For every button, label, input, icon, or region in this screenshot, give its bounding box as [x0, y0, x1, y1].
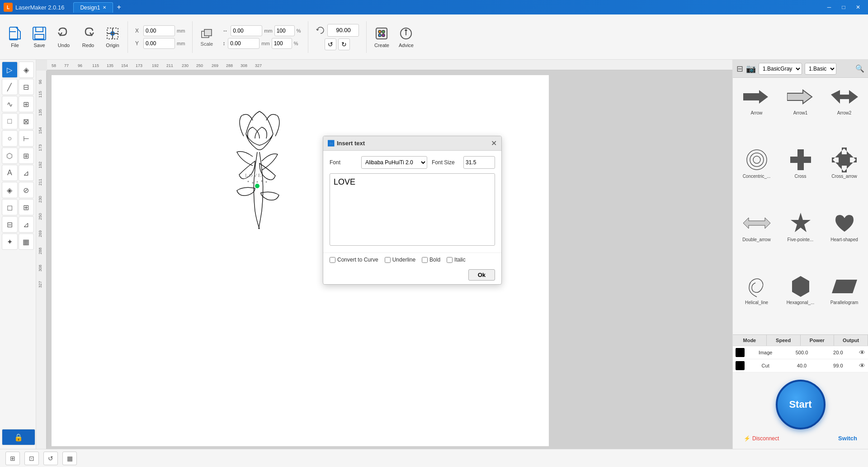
curve-checkbox-label[interactable]: Convert to Curve — [330, 257, 378, 263]
curve-checkbox[interactable] — [330, 257, 335, 263]
shape-parallelogram[interactable]: Parallelogram — [824, 271, 864, 331]
redo-button[interactable]: Redo — [77, 19, 99, 55]
rotate-cw-button[interactable]: ↻ — [338, 38, 350, 50]
start-button[interactable]: Start — [776, 380, 826, 429]
cut-layer-speed[interactable]: 40.0 — [783, 363, 820, 368]
shape-arrow2[interactable]: Arrow2 — [824, 81, 864, 141]
switch-button[interactable]: Switch — [838, 435, 857, 442]
rect-tool[interactable]: □ — [2, 113, 18, 129]
shape-star5[interactable]: Five-pointe... — [780, 208, 821, 268]
code-tool[interactable]: ▦ — [19, 234, 34, 250]
undo-button[interactable]: Undo — [52, 19, 75, 55]
width-input[interactable] — [231, 25, 262, 36]
frames-tool[interactable]: ⊟ — [2, 216, 18, 233]
cut-layer-power[interactable]: 99.0 — [820, 363, 856, 368]
width-pct-input[interactable] — [274, 25, 295, 36]
shape-double-arrow[interactable]: Double_arrow — [736, 208, 777, 268]
italic-checkbox-label[interactable]: Italic — [447, 257, 466, 263]
rotation-input[interactable] — [327, 24, 359, 37]
material-select[interactable]: 1.Basic — [805, 63, 836, 75]
curve-tool[interactable]: ∿ — [2, 96, 18, 112]
tab-close-button[interactable]: ✕ — [103, 5, 106, 10]
y-input[interactable] — [143, 38, 175, 49]
node-tool[interactable]: ◈ — [19, 62, 34, 78]
italic-checkbox[interactable] — [447, 257, 453, 263]
boolean-tool[interactable]: ⊞ — [19, 199, 34, 215]
font-select[interactable]: Alibaba PuHuiTi 2.0 — [361, 156, 427, 169]
cut-layer-visibility[interactable]: 👁 — [856, 362, 868, 369]
text-input[interactable]: LOVE — [330, 173, 495, 246]
shape-concentric[interactable]: Concentric_... — [736, 145, 777, 205]
line-tool[interactable]: ╱ — [2, 79, 18, 95]
fill-tool[interactable]: ◈ — [2, 182, 18, 198]
search-button[interactable]: 🔍 — [855, 64, 864, 73]
height-input[interactable] — [228, 38, 259, 49]
lock-button[interactable]: 🔒 — [2, 429, 35, 445]
file-button[interactable]: File — [4, 19, 26, 55]
align-tool[interactable]: ⊞ — [19, 96, 34, 112]
status-tool-1[interactable]: ⊞ — [5, 452, 20, 465]
cut-layer-color[interactable] — [736, 361, 745, 370]
status-tool-4[interactable]: ▦ — [62, 452, 77, 465]
x-label: X — [135, 28, 142, 34]
panel-view-icon[interactable]: ⊟ — [736, 64, 743, 74]
svg-point-53 — [252, 182, 254, 184]
dialog-close-button[interactable]: ✕ — [491, 139, 497, 148]
shape-cross-arrow[interactable]: Cross_arrow — [824, 145, 864, 205]
layer-tool[interactable]: ⊟ — [19, 79, 34, 95]
shape-arrow1[interactable]: Arrow1 — [780, 81, 821, 141]
image-layer-speed[interactable]: 500.0 — [783, 350, 820, 355]
rotate-ccw-button[interactable]: ↺ — [325, 38, 336, 50]
close-button[interactable]: ✕ — [852, 2, 864, 12]
shape-heart[interactable]: Heart-shaped — [824, 208, 864, 268]
transform-tool[interactable]: ⊿ — [19, 165, 34, 181]
bold-checkbox-label[interactable]: Bold — [422, 257, 440, 263]
underline-checkbox[interactable] — [385, 257, 391, 263]
status-tool-3[interactable]: ↺ — [43, 452, 58, 465]
font-size-input[interactable] — [463, 156, 495, 169]
disconnect-button[interactable]: ⚡ Disconnect — [744, 435, 779, 442]
origin-button[interactable]: Origin — [101, 19, 124, 55]
shape-hexagon[interactable]: Hexagonal_... — [780, 271, 821, 331]
text-tool[interactable]: A — [2, 165, 18, 181]
save-button[interactable]: Save — [28, 19, 51, 55]
image-layer-visibility[interactable]: 👁 — [856, 349, 868, 356]
x-input[interactable] — [143, 25, 175, 36]
undo-label: Undo — [58, 43, 70, 48]
measure-tool[interactable]: ⊢ — [19, 130, 34, 147]
selection-handle[interactable] — [255, 184, 259, 188]
disconnect-icon: ⚡ — [744, 435, 750, 442]
new-tab-button[interactable]: + — [113, 3, 124, 11]
shape-helical[interactable]: Helical_line — [736, 271, 777, 331]
array-tool[interactable]: ⊞ — [19, 148, 34, 164]
svg-text:115: 115 — [38, 91, 42, 98]
maximize-button[interactable]: □ — [837, 2, 850, 12]
eraser-tool[interactable]: ◻ — [2, 199, 18, 215]
minimize-button[interactable]: ─ — [823, 2, 835, 12]
height-pct-input[interactable] — [272, 38, 292, 49]
disconnect-label: Disconnect — [752, 435, 779, 442]
image-layer-color[interactable] — [736, 348, 745, 357]
status-tool-2[interactable]: ⊡ — [24, 452, 39, 465]
dimension-tool[interactable]: ⊿ — [19, 216, 34, 233]
panel-camera-icon[interactable]: 📷 — [746, 64, 756, 74]
create-button[interactable]: Create — [370, 19, 393, 55]
underline-checkbox-label[interactable]: Underline — [385, 257, 415, 263]
scatter-tool[interactable]: ✦ — [2, 234, 18, 250]
shape-cross[interactable]: Cross — [780, 145, 821, 205]
grid-tool[interactable]: ⊠ — [19, 113, 34, 129]
ellipse-tool[interactable]: ○ — [2, 130, 18, 147]
save-label: Save — [33, 43, 45, 48]
style-select[interactable]: 1.BasicGray — [759, 63, 802, 75]
select-tool[interactable]: ▷ — [2, 62, 18, 78]
hexagon-shape-icon — [785, 274, 816, 299]
advice-button[interactable]: Advice — [395, 19, 417, 55]
image-layer-power[interactable]: 20.0 — [820, 350, 856, 355]
design-tab[interactable]: Design1 ✕ — [73, 2, 113, 13]
svg-text:173: 173 — [136, 63, 142, 68]
bold-checkbox[interactable] — [422, 257, 428, 263]
ok-button[interactable]: Ok — [468, 269, 495, 281]
polygon-tool[interactable]: ⬡ — [2, 148, 18, 164]
trace-tool[interactable]: ⊘ — [19, 182, 34, 198]
shape-arrow[interactable]: Arrow — [736, 81, 777, 141]
